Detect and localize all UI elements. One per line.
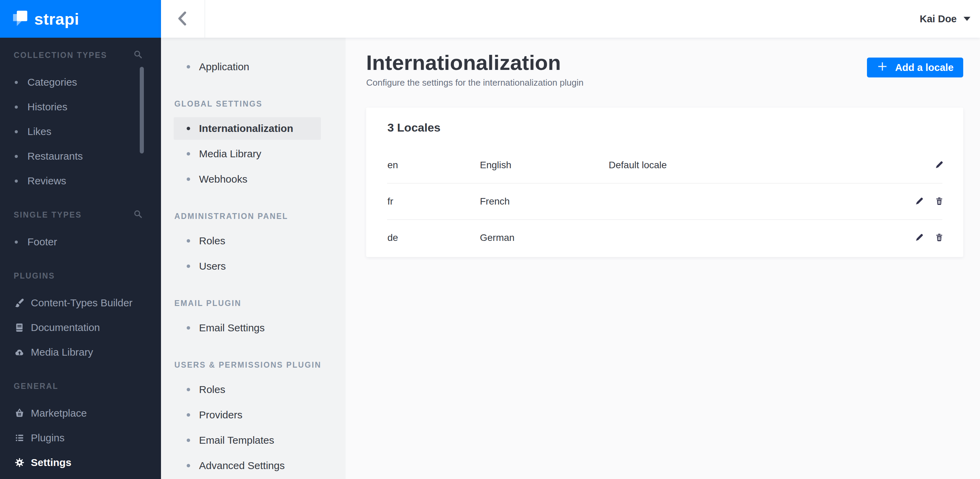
edit-locale-button[interactable] xyxy=(915,232,924,243)
settings-group-users-permissions: USERS & PERMISSIONS PLUGIN Roles Provide… xyxy=(161,360,345,477)
settings-item-internationalization[interactable]: Internationalization xyxy=(173,117,321,140)
sidebar-item-plugins[interactable]: Plugins xyxy=(0,426,161,450)
locale-name: French xyxy=(480,196,609,207)
bullet-icon xyxy=(187,439,190,442)
pencil-icon xyxy=(915,232,924,243)
add-locale-button[interactable]: Add a locale xyxy=(867,57,963,78)
bullet-icon xyxy=(187,264,190,268)
bullet-icon xyxy=(187,326,190,329)
bullet-icon xyxy=(15,105,18,108)
locale-code: en xyxy=(387,160,480,170)
strapi-logo-icon xyxy=(12,10,29,28)
settings-group-label: GLOBAL SETTINGS xyxy=(174,99,345,110)
section-plugins: PLUGINS Content-Types Builder Documentat… xyxy=(0,271,161,364)
brand-name: strapi xyxy=(34,10,79,29)
settings-sidebar: Application GLOBAL SETTINGS Internationa… xyxy=(161,38,345,479)
bullet-icon xyxy=(187,65,190,68)
right-column: Kai Doe Application GLOBAL SETTINGS Inte… xyxy=(161,0,980,479)
sidebar-nav: COLLECTION TYPES Categories Histories Li… xyxy=(0,38,161,479)
section-label: COLLECTION TYPES xyxy=(14,51,107,60)
user-name: Kai Doe xyxy=(920,13,957,25)
bullet-icon xyxy=(15,180,18,183)
settings-item-email-settings[interactable]: Email Settings xyxy=(173,317,321,339)
section-general: GENERAL Marketplace Plugins Settings xyxy=(0,381,161,475)
settings-item-up-roles[interactable]: Roles xyxy=(173,378,321,401)
section-label: GENERAL xyxy=(14,382,59,391)
page-subtitle: Configure the settings for the internati… xyxy=(366,77,584,88)
settings-item-application[interactable]: Application xyxy=(173,56,321,78)
sidebar-item-content-types-builder[interactable]: Content-Types Builder xyxy=(0,291,161,315)
sidebar-item-marketplace[interactable]: Marketplace xyxy=(0,401,161,426)
section-single-types: SINGLE TYPES Footer xyxy=(0,210,161,254)
search-icon[interactable] xyxy=(133,209,143,221)
bullet-icon xyxy=(187,152,190,156)
delete-locale-button[interactable] xyxy=(934,232,944,243)
settings-item-email-templates[interactable]: Email Templates xyxy=(173,429,321,452)
settings-item-media-library[interactable]: Media Library xyxy=(173,143,321,165)
section-collection-types: COLLECTION TYPES Categories Histories Li… xyxy=(0,50,161,193)
search-icon[interactable] xyxy=(133,49,143,61)
settings-item-admin-users[interactable]: Users xyxy=(173,255,321,277)
sidebar-item-media-library[interactable]: Media Library xyxy=(0,340,161,364)
trash-icon xyxy=(934,196,944,207)
chevron-down-icon xyxy=(964,17,970,21)
pencil-icon xyxy=(934,160,944,170)
sidebar-item-restaurants[interactable]: Restaurants xyxy=(0,144,161,169)
plus-icon xyxy=(877,60,888,75)
bullet-icon xyxy=(15,155,18,158)
settings-group-label: EMAIL PLUGIN xyxy=(174,299,345,309)
settings-item-admin-roles[interactable]: Roles xyxy=(173,229,321,252)
table-row-en: en English Default locale xyxy=(366,147,963,183)
settings-item-webhooks[interactable]: Webhooks xyxy=(173,168,321,191)
bullet-icon xyxy=(15,81,18,84)
locale-name: German xyxy=(480,232,609,243)
bullet-icon xyxy=(15,240,18,243)
sidebar-item-categories[interactable]: Categories xyxy=(0,70,161,95)
locale-code: fr xyxy=(387,196,480,207)
sidebar-item-likes[interactable]: Likes xyxy=(0,119,161,144)
sidebar-item-documentation[interactable]: Documentation xyxy=(0,315,161,340)
edit-locale-button[interactable] xyxy=(934,160,944,170)
locale-code: de xyxy=(387,232,480,243)
content-row: Application GLOBAL SETTINGS Internationa… xyxy=(161,38,980,479)
bullet-icon xyxy=(187,464,190,467)
main-sidebar: strapi COLLECTION TYPES Categories Histo… xyxy=(0,0,161,479)
edit-locale-button[interactable] xyxy=(915,196,924,207)
sidebar-item-footer[interactable]: Footer xyxy=(0,229,161,254)
brand-header[interactable]: strapi xyxy=(0,0,161,38)
gear-icon xyxy=(14,457,25,468)
page-header: Internationalization Configure the setti… xyxy=(366,51,963,88)
bullet-icon xyxy=(187,239,190,243)
book-icon xyxy=(14,322,25,333)
settings-group-global-settings: GLOBAL SETTINGS Internationalization Med… xyxy=(161,99,345,191)
section-label: SINGLE TYPES xyxy=(14,210,82,220)
user-menu[interactable]: Kai Doe xyxy=(920,13,980,25)
section-label: PLUGINS xyxy=(14,271,55,281)
settings-item-providers[interactable]: Providers xyxy=(173,404,321,426)
bullet-icon xyxy=(187,413,190,417)
topbar: Kai Doe xyxy=(161,0,980,38)
table-row-fr: fr French xyxy=(366,184,963,219)
strapi-admin-app: strapi COLLECTION TYPES Categories Histo… xyxy=(0,0,980,479)
main-content: Internationalization Configure the setti… xyxy=(345,38,980,479)
locales-card: 3 Locales en English Default locale xyxy=(366,108,963,257)
paintbrush-icon xyxy=(14,298,25,308)
back-button[interactable] xyxy=(161,0,205,38)
trash-icon xyxy=(934,232,944,243)
bullet-icon xyxy=(187,127,190,130)
settings-item-advanced-settings[interactable]: Advanced Settings xyxy=(173,454,321,477)
sidebar-scrollbar[interactable] xyxy=(140,67,144,153)
sidebar-item-histories[interactable]: Histories xyxy=(0,95,161,119)
locales-heading: 3 Locales xyxy=(366,121,963,134)
pencil-icon xyxy=(915,196,924,207)
delete-locale-button[interactable] xyxy=(934,196,944,207)
locale-name: English xyxy=(480,160,609,170)
sidebar-item-settings[interactable]: Settings xyxy=(0,450,161,475)
page-title: Internationalization xyxy=(366,51,584,75)
sidebar-item-reviews[interactable]: Reviews xyxy=(0,169,161,193)
table-row-de: de German xyxy=(366,220,963,256)
bullet-icon xyxy=(15,130,18,133)
settings-group-administration-panel: ADMINISTRATION PANEL Roles Users xyxy=(161,212,345,277)
basket-icon xyxy=(14,408,25,419)
list-icon xyxy=(14,433,25,443)
